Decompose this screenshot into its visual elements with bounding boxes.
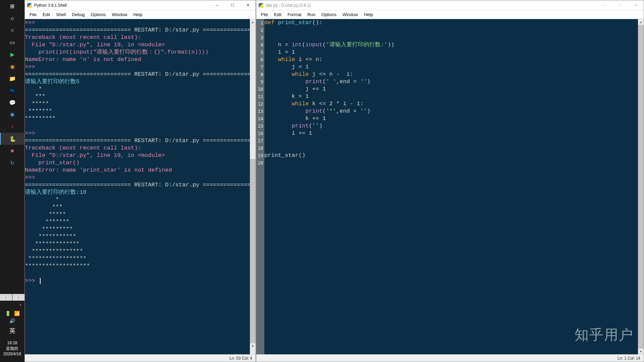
taskbar-item-chrome[interactable]: ◉ (0, 60, 24, 72)
menu-help[interactable]: Help (361, 11, 376, 18)
scroll-up-icon[interactable]: ▲ (250, 19, 256, 25)
python-icon (27, 3, 32, 8)
scrollbar-thumb[interactable] (638, 25, 644, 349)
minimize-button[interactable]: ─ (597, 0, 613, 10)
code-editor[interactable]: def print_star(): n = int(input('请输入要打印的… (264, 19, 638, 354)
taskbar-item-start[interactable]: ⊞ (0, 0, 24, 12)
close-button[interactable]: ✕ (628, 0, 644, 10)
battery-icon[interactable]: 🔋 (5, 311, 11, 316)
menu-options[interactable]: Options (319, 11, 339, 18)
close-button[interactable]: ✕ (240, 0, 256, 10)
menu-help[interactable]: Help (131, 11, 145, 18)
editor-titlebar[interactable]: star.py - D:/star.py (3.8.1) ─ ☐ ✕ (256, 0, 644, 10)
tray-overflow-icon[interactable]: › (0, 301, 24, 309)
scrollbar[interactable]: ▲ ▼ (250, 19, 256, 354)
taskbar-item-search[interactable]: ⌕ (0, 12, 24, 24)
clock-day: 星期四 (3, 346, 21, 351)
shell-titlebar[interactable]: Python 3.8.1 Shell ─ ☐ ✕ (25, 0, 256, 10)
taskbar-item-pink[interactable]: ■ (0, 145, 24, 157)
taskbar-item-idle[interactable]: 🐍 (0, 133, 24, 145)
menu-window[interactable]: Window (109, 11, 130, 18)
clock-date: 2020/4/16 (3, 351, 21, 357)
menu-file[interactable]: File (258, 11, 271, 18)
minimize-button[interactable]: ─ (209, 0, 225, 10)
taskbar-item-wechat[interactable]: 💬 (0, 97, 24, 109)
taskbar: ⊞⌕○▭▶◉📁Ps💬✱♪🐍■↻ ‹ › › 🔋 📶 🔊 英 16:18 星期四 … (0, 0, 24, 362)
wifi-icon[interactable]: 📶 (14, 311, 20, 316)
maximize-button[interactable]: ☐ (225, 0, 240, 10)
taskbar-scroll-right[interactable]: › (12, 294, 24, 301)
taskbar-item-photoshop[interactable]: Ps (9, 87, 16, 94)
menu-file[interactable]: File (27, 11, 39, 18)
editor-statusbar: Ln: 1 Col: 14 (256, 354, 644, 362)
volume-icon[interactable]: 🔊 (9, 318, 15, 323)
shell-menubar: FileEditShellDebugOptionsWindowHelp (25, 10, 256, 19)
scroll-up-icon[interactable]: ▲ (638, 19, 644, 25)
menu-window[interactable]: Window (340, 11, 361, 18)
system-tray: 🔋 📶 🔊 英 16:18 星期四 2020/4/16 (0, 309, 24, 362)
shell-statusbar: Ln: 53 Col: 4 (25, 354, 256, 362)
clock-time: 16:18 (3, 340, 21, 346)
taskbar-item-video[interactable]: ▶ (0, 48, 24, 60)
scrollbar[interactable]: ▲ ▼ (638, 19, 644, 354)
menu-shell[interactable]: Shell (53, 11, 68, 18)
clock[interactable]: 16:18 星期四 2020/4/16 (3, 338, 21, 360)
maximize-button[interactable]: ☐ (613, 0, 628, 10)
shell-cursor-position: Ln: 53 Col: 4 (229, 356, 252, 361)
line-number-gutter: 1234567891011121314151617181920 (256, 19, 264, 354)
editor-cursor-position: Ln: 1 Col: 14 (618, 356, 640, 361)
taskbar-item-cortana[interactable]: ○ (0, 24, 24, 36)
scroll-down-icon[interactable]: ▼ (250, 343, 256, 349)
shell-output[interactable]: >>> =============================== REST… (25, 19, 250, 354)
menu-edit[interactable]: Edit (40, 11, 53, 18)
scrollbar-thumb[interactable] (250, 159, 256, 343)
ime-indicator[interactable]: 英 (9, 325, 15, 336)
taskbar-item-updater[interactable]: ↻ (0, 157, 24, 169)
menu-run[interactable]: Run (305, 11, 318, 18)
taskbar-scroll: ‹ › (0, 294, 24, 301)
editor-title: star.py - D:/star.py (3.8.1) (266, 3, 597, 8)
menu-options[interactable]: Options (88, 11, 109, 18)
shell-window: Python 3.8.1 Shell ─ ☐ ✕ FileEditShellDe… (24, 0, 256, 362)
taskbar-scroll-left[interactable]: ‹ (0, 294, 12, 301)
menu-debug[interactable]: Debug (69, 11, 87, 18)
taskbar-item-music[interactable]: ♪ (0, 121, 24, 133)
scroll-down-icon[interactable]: ▼ (638, 349, 644, 354)
menu-edit[interactable]: Edit (271, 11, 284, 18)
shell-title: Python 3.8.1 Shell (34, 3, 209, 8)
menu-format[interactable]: Format (285, 11, 304, 18)
taskbar-item-explorer[interactable]: 📁 (0, 72, 24, 84)
python-icon (258, 3, 264, 8)
editor-window: star.py - D:/star.py (3.8.1) ─ ☐ ✕ FileE… (256, 0, 644, 362)
editor-menubar: FileEditFormatRunOptionsWindowHelp (256, 10, 644, 19)
taskbar-item-apps[interactable]: ✱ (0, 109, 24, 121)
taskbar-item-taskview[interactable]: ▭ (0, 36, 24, 48)
